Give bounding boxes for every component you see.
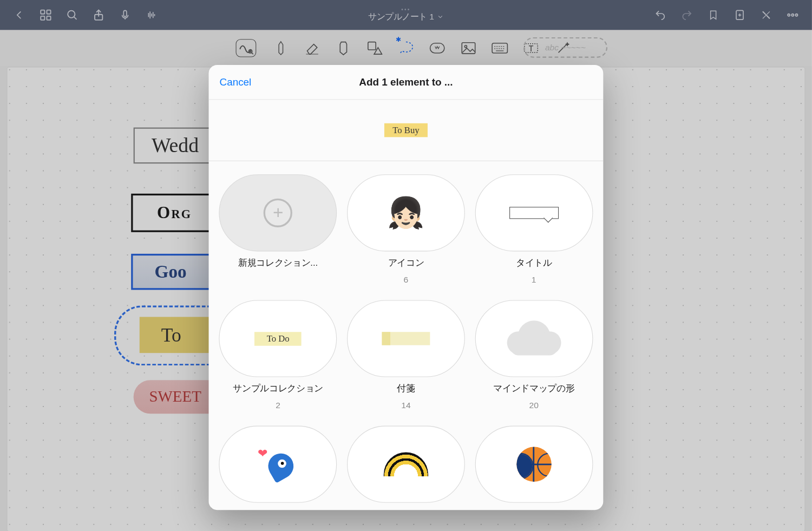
title-callout-icon — [509, 207, 559, 219]
collection-sample[interactable]: To Do サンプルコレクション 2 — [218, 300, 338, 410]
collection-icons[interactable]: 👧🏻 アイコン 6 — [346, 174, 466, 284]
collection-titles[interactable]: タイトル 1 — [474, 174, 594, 284]
collections-grid[interactable]: + 新規コレクション... 👧🏻 アイコン 6 タイトル 1 To Do サンプ… — [209, 161, 604, 510]
collection-stickers-2[interactable] — [346, 426, 466, 503]
modal-title: Add 1 element to ... — [359, 76, 453, 88]
collection-stickers-3[interactable] — [474, 426, 594, 503]
cancel-button[interactable]: Cancel — [220, 76, 252, 88]
add-element-modal: Cancel Add 1 element to ... To Buy + 新規コ… — [209, 65, 604, 510]
collection-mindmap[interactable]: マインドマップの形 20 — [474, 300, 594, 410]
preview-element: To Buy — [384, 123, 428, 137]
cloud-shape-icon — [507, 320, 561, 357]
rainbow-sticker-icon — [384, 452, 428, 476]
basketball-sticker-icon — [516, 447, 551, 481]
modal-header: Cancel Add 1 element to ... — [209, 65, 604, 100]
plus-icon: + — [264, 199, 292, 227]
girl-emoji-icon: 👧🏻 — [387, 195, 424, 230]
modal-preview: To Buy — [209, 100, 604, 161]
collection-sticky[interactable]: 付箋 14 — [346, 300, 466, 410]
collection-stickers-1[interactable]: ❤ — [218, 426, 338, 503]
sticky-note-icon — [382, 332, 430, 345]
todo-chip-icon: To Do — [254, 332, 301, 346]
collection-new[interactable]: + 新規コレクション... — [218, 174, 338, 284]
rocket-sticker-icon: ❤ — [254, 446, 302, 482]
